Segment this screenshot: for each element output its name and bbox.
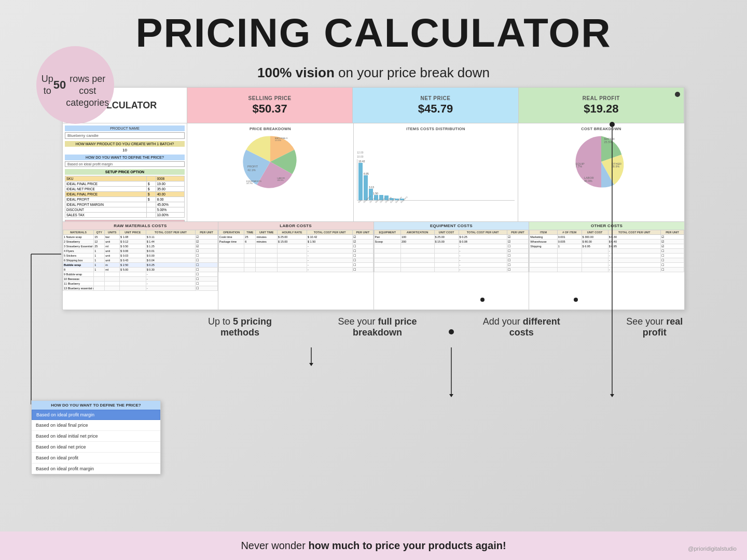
spreadsheet-wrapper: CALCULATOR SELLING PRICE $50.37 NET PRIC… <box>31 87 716 310</box>
cost-breakdown-chart: COST BREAKDOWN MATERI 25.5% OTHER 28. <box>518 123 684 221</box>
raw-materials-table: MATERIALS QTY UNITS UNIT PRICE TOTAL COS… <box>63 230 218 291</box>
table-row: -☐ <box>374 244 529 249</box>
table-row: 9 Bubble wrap-☐ <box>63 272 218 277</box>
selling-label: SELLING PRICE <box>248 95 292 101</box>
svg-text:10.7%: 10.7% <box>246 182 253 185</box>
profit-cell: REAL PROFIT $19.28 <box>519 88 684 123</box>
profit-label: REAL PROFIT <box>583 95 620 101</box>
table-row: -☐ <box>530 254 684 258</box>
items-distribution-chart: ITEMS COSTS DISTRIBUTION 12.00 10.00 <box>354 123 518 221</box>
other-table: ITEM # OF ITEM UNIT COST TOTAL COST PER … <box>529 230 684 272</box>
col-total: TOTAL COST PER UNIT <box>146 230 196 235</box>
table-row: Marketing0.001$ 300.00$ 0.30☑ <box>530 235 684 240</box>
col-item: ITEM <box>530 230 558 235</box>
svg-text:42.1%: 42.1% <box>247 169 256 172</box>
dropdown-option-4[interactable]: Based on ideal profit <box>32 453 160 464</box>
table-row: -☐ <box>530 258 684 263</box>
page-header: PRICING CALCULATOR <box>0 0 747 62</box>
table-row: -☐ <box>374 268 529 272</box>
dropdown-selected-option[interactable]: Based on ideal profit margin <box>32 410 160 420</box>
table-row: 1 Nature soap15bar$ 1.08$ 3.11☑ <box>63 235 218 240</box>
svg-marker-26 <box>309 363 313 366</box>
cb-pie-svg: MATERI 25.5% OTHER 28.9% EQUIP 7.7% LABO… <box>573 133 630 190</box>
price-breakdown-table: PRICE BREAKDOWN MATERIALS$6.82 LABOR$11.… <box>65 220 185 221</box>
table-row: -☐ <box>374 254 529 258</box>
col-total-other: TOTAL COST PER UNIT <box>608 230 660 235</box>
spreadsheet: CALCULATOR SELLING PRICE $50.37 NET PRIC… <box>62 87 685 310</box>
dropdown-option-3[interactable]: Based on ideal net price <box>32 442 160 453</box>
define-dropdown[interactable]: Based on ideal profit margin <box>65 161 185 167</box>
batch-label: HOW MANY PRODUCT DO YOU CREATE WITH 1 BA… <box>65 141 185 147</box>
svg-text:13.5%: 13.5% <box>275 139 282 142</box>
svg-text:7.7%: 7.7% <box>576 165 583 168</box>
id-chart-title: ITEMS COSTS DISTRIBUTION <box>406 127 465 131</box>
table-row: -☐ <box>218 249 373 254</box>
charts-area: PRICE BREAKDOWN PROFIT 42.1% <box>187 123 684 221</box>
table-row: Shipping1$ 6.95$ 6.95☑ <box>530 244 684 249</box>
table-row: Scoop200$ 15.00$ 0.08☑ <box>374 240 529 244</box>
col-operation: OPERATION <box>218 230 244 235</box>
table-row: 10 Beeswax-☐ <box>63 277 218 282</box>
subtitle-row: Up to 50rows per costcategories 100% vis… <box>0 62 747 87</box>
col-unit-cost: UNIT COST <box>434 230 459 235</box>
selling-value: $50.37 <box>253 102 287 116</box>
svg-marker-33 <box>610 394 614 397</box>
subtitle-text: 100% vision on your price break down <box>257 65 490 81</box>
table-row: -☐ <box>530 268 684 272</box>
profit-value: $19.28 <box>584 102 618 116</box>
dropdown-option-2[interactable]: Based on ideal initial net price <box>32 431 160 442</box>
table-row: 4 Flyers1unit$ 0.06$ 0.01☐ <box>63 249 218 254</box>
raw-materials-panel: RAW MATERIALS COSTS MATERIALS QTY UNITS … <box>63 222 218 310</box>
table-row: 11 Blueberry-☐ <box>63 282 218 286</box>
table-row: 13 Blueberry essential oil-☐ <box>63 286 218 291</box>
footer: Never wonder how much to price your prod… <box>0 531 747 560</box>
setup-label: SETUP PRICE OPTION <box>65 169 185 175</box>
col-total-labor: TOTAL COST PER UNIT <box>307 230 352 235</box>
define-label: HOW DO YOU WANT TO DEFINE THE PRICE? <box>65 155 185 160</box>
costs-section: RAW MATERIALS COSTS MATERIALS QTY UNITS … <box>63 222 684 310</box>
cb-chart-title: COST BREAKDOWN <box>581 127 621 131</box>
page-title: PRICING CALCULATOR <box>0 9 747 57</box>
badge-bubble: Up to 50rows per costcategories <box>36 46 114 124</box>
svg-marker-29 <box>449 394 453 397</box>
bar-1 <box>358 163 363 200</box>
equipment-panel: EQUIPMENT COSTS EQUIPMENT AMORTIZATION U… <box>374 222 530 310</box>
svg-text:40.9%: 40.9% <box>584 179 592 183</box>
col-units: UNITS <box>105 230 120 235</box>
col-time: TIME <box>244 230 256 235</box>
product-name-label: PRODUCT NAME <box>65 125 185 131</box>
col-num: # OF ITEM <box>557 230 582 235</box>
bar-chart-area: 10.42 6.95 3.13 1.50 Wax Strawberry Str.… <box>357 159 515 201</box>
col-qty: QTY <box>94 230 105 235</box>
net-label: NET PRICE <box>421 95 451 101</box>
badge-number: 50 <box>53 78 66 93</box>
dropdown-option-1[interactable]: Based on ideal final price <box>32 420 160 431</box>
batch-value: 10 <box>65 148 185 152</box>
footer-text-normal: Never wonder <box>241 540 308 551</box>
table-row: Wharehouse0.005$ 80.00$ 0.40☑ <box>530 240 684 244</box>
net-value: $45.79 <box>418 102 453 116</box>
table-row: -☐ <box>218 244 373 249</box>
svg-text:25.5%: 25.5% <box>604 141 613 144</box>
callout-real-profit: See your realprofit <box>626 316 683 338</box>
middle-section: PRODUCT NAME Blueberry candle HOW MANY P… <box>63 123 684 222</box>
svg-text:28.9%: 28.9% <box>277 179 284 182</box>
col-hourly: HOURLY RATE <box>278 230 307 235</box>
raw-materials-header: RAW MATERIALS COSTS <box>63 222 218 230</box>
equipment-header: EQUIPMENT COSTS <box>374 222 529 230</box>
svg-text:28.9%: 28.9% <box>612 165 620 168</box>
callout-pricing-methods: Up to 5 pricingmethods <box>208 316 272 338</box>
footer-watermark: @prioridigitalstudio <box>688 545 737 552</box>
table-row: Cook time25minutes$ 25.00$ 10.42☑ <box>218 235 373 240</box>
summary-bar: CALCULATOR SELLING PRICE $50.37 NET PRIC… <box>63 88 684 123</box>
dropdown-modal-header: HOW DO YOU WANT TO DEFINE THE PRICE? <box>32 401 160 410</box>
table-row: 6 Shipping box1unit$ 0.43$ 0.04☐ <box>63 258 218 263</box>
footer-text-bold: how much to price your products again! <box>308 540 506 551</box>
table-row: -☐ <box>374 263 529 268</box>
col-materials: MATERIALS <box>63 230 94 235</box>
dot-indicator <box>675 92 680 97</box>
callout-labels: Up to 5 pricingmethods See your full pri… <box>0 310 747 342</box>
dropdown-option-5[interactable]: Based on ideal profit margin <box>32 464 160 474</box>
other-header: OTHER COSTS <box>529 222 684 230</box>
col-amort: AMORTIZATION <box>400 230 434 235</box>
